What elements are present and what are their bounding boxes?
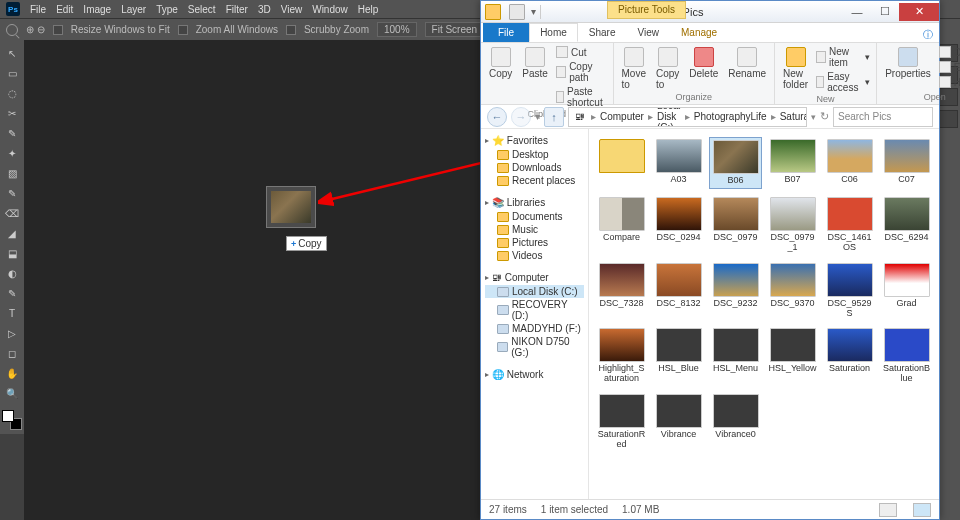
search-input[interactable]: Search Pics	[833, 107, 933, 127]
new-item-button[interactable]: New item ▾	[814, 45, 872, 69]
file-item[interactable]	[595, 137, 648, 189]
edit-button[interactable]: Edit	[937, 60, 960, 74]
ribbon-tab-home[interactable]: Home	[529, 23, 578, 42]
nav-item[interactable]: Local Disk (C:)	[485, 285, 584, 298]
ps-tool-6[interactable]: ▨	[2, 164, 22, 182]
back-button[interactable]: ←	[487, 107, 507, 127]
refresh-button[interactable]: ↻	[820, 110, 829, 123]
color-swatch[interactable]	[2, 410, 22, 430]
forward-button[interactable]: →	[511, 107, 531, 127]
menu-type[interactable]: Type	[156, 4, 178, 15]
ps-tool-16[interactable]: ✋	[2, 364, 22, 382]
file-item[interactable]: Compare	[595, 195, 648, 255]
menu-select[interactable]: Select	[188, 4, 216, 15]
rename-button[interactable]: Rename	[724, 45, 770, 81]
menu-image[interactable]: Image	[83, 4, 111, 15]
ps-tool-15[interactable]: ◻	[2, 344, 22, 362]
ps-tool-8[interactable]: ⌫	[2, 204, 22, 222]
up-button[interactable]: ↑	[544, 107, 564, 127]
ps-tool-5[interactable]: ✦	[2, 144, 22, 162]
ps-tool-1[interactable]: ▭	[2, 64, 22, 82]
file-item[interactable]: DSC_9529S	[823, 261, 876, 321]
copy-path-button[interactable]: Copy path	[554, 60, 609, 84]
ps-tool-4[interactable]: ✎	[2, 124, 22, 142]
copy-button[interactable]: Copy	[485, 45, 516, 81]
file-item[interactable]: Highlight_Saturation	[595, 326, 648, 386]
ps-tool-9[interactable]: ◢	[2, 224, 22, 242]
fit-screen-button[interactable]: Fit Screen	[425, 22, 485, 37]
explorer-titlebar[interactable]: ▾ Picture Tools Pics — ☐ ✕	[481, 1, 939, 23]
file-item[interactable]: C07	[880, 137, 933, 189]
zoom-all-checkbox[interactable]	[178, 25, 188, 35]
file-item[interactable]: DSC_9232	[709, 261, 762, 321]
properties-button[interactable]: Properties	[881, 45, 935, 81]
menu-view[interactable]: View	[281, 4, 303, 15]
menu-window[interactable]: Window	[312, 4, 348, 15]
nav-item[interactable]: NIKON D750 (G:)	[485, 335, 584, 359]
ps-tool-0[interactable]: ↖	[2, 44, 22, 62]
nav-group[interactable]: ⭐ Favorites	[485, 135, 584, 146]
file-list[interactable]: A03B06B07C06C07CompareDSC_0294DSC_0979DS…	[589, 129, 939, 499]
ps-tool-17[interactable]: 🔍	[2, 384, 22, 402]
nav-item[interactable]: Videos	[485, 249, 584, 262]
file-item[interactable]: DSC_8132	[652, 261, 705, 321]
ps-tool-11[interactable]: ◐	[2, 264, 22, 282]
copy-to-button[interactable]: Copy to	[652, 45, 683, 92]
file-item[interactable]: A03	[652, 137, 705, 189]
delete-button[interactable]: Delete	[685, 45, 722, 81]
menu-edit[interactable]: Edit	[56, 4, 73, 15]
file-item[interactable]: HSL_Blue	[652, 326, 705, 386]
ribbon-tab-manage[interactable]: Manage	[670, 23, 728, 42]
ps-tool-2[interactable]: ◌	[2, 84, 22, 102]
nav-item[interactable]: Documents	[485, 210, 584, 223]
view-details-button[interactable]	[879, 503, 897, 517]
history-button[interactable]: History	[937, 75, 960, 89]
nav-item[interactable]: Recent places	[485, 174, 584, 187]
close-button[interactable]: ✕	[899, 3, 939, 21]
paste-button[interactable]: Paste	[518, 45, 552, 81]
ribbon-tab-share[interactable]: Share	[578, 23, 627, 42]
file-item[interactable]: DSC_0294	[652, 195, 705, 255]
easy-access-button[interactable]: Easy access ▾	[814, 70, 872, 94]
new-folder-button[interactable]: New folder	[779, 45, 812, 92]
picture-tools-tab[interactable]: Picture Tools	[607, 1, 686, 19]
menu-layer[interactable]: Layer	[121, 4, 146, 15]
view-icons-button[interactable]	[913, 503, 931, 517]
nav-item[interactable]: Music	[485, 223, 584, 236]
cut-button[interactable]: Cut	[554, 45, 609, 59]
file-item[interactable]: HSL_Yellow	[766, 326, 819, 386]
file-item[interactable]: Grad	[880, 261, 933, 321]
ps-tool-13[interactable]: T	[2, 304, 22, 322]
minimize-button[interactable]: —	[843, 3, 871, 21]
nav-item[interactable]: Pictures	[485, 236, 584, 249]
file-item[interactable]: DSC_1461OS	[823, 195, 876, 255]
ps-tool-7[interactable]: ✎	[2, 184, 22, 202]
nav-group[interactable]: 📚 Libraries	[485, 197, 584, 208]
file-item[interactable]: Vibrance0	[709, 392, 762, 452]
nav-item[interactable]: Downloads	[485, 161, 584, 174]
file-item[interactable]: HSL_Menu	[709, 326, 762, 386]
breadcrumb[interactable]: 🖳▸Computer▸Local Disk (C:)▸PhotographyLi…	[568, 107, 807, 127]
maximize-button[interactable]: ☐	[871, 3, 899, 21]
nav-item[interactable]: MADDYHD (F:)	[485, 322, 584, 335]
ps-tool-3[interactable]: ✂	[2, 104, 22, 122]
file-item[interactable]: Vibrance	[652, 392, 705, 452]
nav-item[interactable]: Desktop	[485, 148, 584, 161]
ps-tool-12[interactable]: ✎	[2, 284, 22, 302]
resize-windows-checkbox[interactable]	[53, 25, 63, 35]
zoom-100-button[interactable]: 100%	[377, 22, 417, 37]
ps-tool-14[interactable]: ▷	[2, 324, 22, 342]
file-item[interactable]: DSC_0979_1	[766, 195, 819, 255]
file-item[interactable]: DSC_7328	[595, 261, 648, 321]
file-item[interactable]: SaturationRed	[595, 392, 648, 452]
file-item[interactable]: B06	[709, 137, 762, 189]
nav-group[interactable]: 🖳 Computer	[485, 272, 584, 283]
file-item[interactable]: B07	[766, 137, 819, 189]
move-to-button[interactable]: Move to	[618, 45, 650, 92]
file-item[interactable]: Saturation	[823, 326, 876, 386]
ribbon-tab-view[interactable]: View	[627, 23, 671, 42]
help-icon[interactable]: ⓘ	[917, 28, 939, 42]
ribbon-tab-file[interactable]: File	[483, 23, 529, 42]
menu-help[interactable]: Help	[358, 4, 379, 15]
nav-item[interactable]: RECOVERY (D:)	[485, 298, 584, 322]
